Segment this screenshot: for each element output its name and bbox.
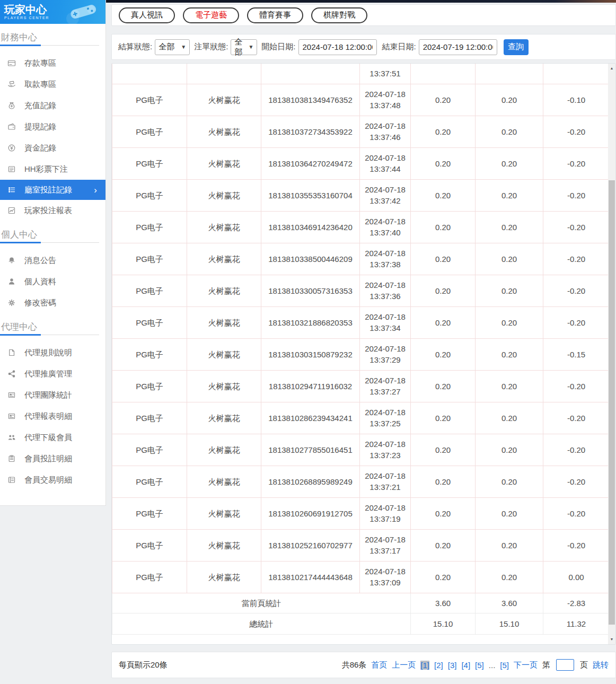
sidebar-item[interactable]: 代理規則說明 xyxy=(0,342,105,363)
sidebar-item-label: 修改密碼 xyxy=(24,298,56,308)
chevron-down-icon: ▼ xyxy=(181,44,186,50)
sidebar-item[interactable]: 提現記錄 xyxy=(0,116,105,137)
winloss-cell: -0.20 xyxy=(543,243,610,275)
table-scrollbar[interactable]: ▲ ▼ xyxy=(608,64,615,644)
provider-cell: PG电子 xyxy=(112,402,187,434)
time-cell: 2024-07-1813:37:48 xyxy=(360,84,411,116)
sidebar-item[interactable]: 修改密碼 xyxy=(0,292,105,313)
game-cell: 火树赢花 xyxy=(187,497,261,529)
settle-status-select[interactable]: 全部 ▼ xyxy=(155,39,190,55)
bet-amount-cell: 0.20 xyxy=(411,116,476,147)
sidebar-item[interactable]: 廳室投註記錄› xyxy=(0,180,105,200)
page-link[interactable]: [2] xyxy=(434,661,443,670)
time-cell: 2024-07-1813:37:36 xyxy=(360,275,411,306)
sidebar-item-label: 個人資料 xyxy=(24,277,56,287)
sidebar-section: 財務中心存款專區取款專區充值記錄提現記錄資金記錄HH彩票下注廳室投註記錄›玩家投… xyxy=(0,30,105,221)
winloss-cell: -0.20 xyxy=(543,497,610,529)
sidebar-item[interactable]: 消息公告 xyxy=(0,250,105,271)
page-link[interactable]: [4] xyxy=(461,661,470,670)
category-tab[interactable]: 電子遊藝 xyxy=(183,7,239,23)
first-page-link[interactable]: 首页 xyxy=(371,660,387,670)
table-row: PG电子火树赢花18138103385004462092024-07-1813:… xyxy=(112,243,610,275)
bet-amount-cell: 0.20 xyxy=(411,338,476,370)
next-page-link[interactable]: 下一页 xyxy=(514,660,538,670)
report-chart-icon xyxy=(7,206,16,215)
game-cell: 火树赢花 xyxy=(187,147,261,179)
bet-amount-cell: 0.20 xyxy=(411,466,476,497)
start-date-input[interactable] xyxy=(298,39,377,55)
pagination-bar: 每頁顯示20條 共86条 首页 上一页 [1][2][3][4][5] ... … xyxy=(111,652,616,678)
sidebar-item[interactable]: 存款專區 xyxy=(0,52,105,74)
game-cell xyxy=(187,64,261,84)
section-items: 消息公告個人資料修改密碼 xyxy=(0,250,105,313)
category-tab[interactable]: 真人視訊 xyxy=(119,7,175,23)
sidebar-item[interactable]: 會員投註明細 xyxy=(0,448,105,469)
jump-button[interactable]: 跳转 xyxy=(593,660,609,670)
game-cell: 火树赢花 xyxy=(187,116,261,147)
game-cell: 火树赢花 xyxy=(187,370,261,402)
sidebar-item[interactable]: 代理團隊統計 xyxy=(0,384,105,406)
sidebar-item-label: 代理團隊統計 xyxy=(24,390,72,400)
last-page-link[interactable]: [5] xyxy=(500,661,509,670)
sidebar-item[interactable]: 代理下級會員 xyxy=(0,427,105,448)
prev-page-link[interactable]: 上一页 xyxy=(392,660,416,670)
sidebar-item[interactable]: 玩家投注報表 xyxy=(0,200,105,221)
valid-amount-cell: 0.20 xyxy=(476,466,543,497)
page-link[interactable]: [3] xyxy=(448,661,457,670)
category-tabs: 真人視訊電子遊藝體育賽事棋牌對戰 xyxy=(111,4,616,26)
top-strip xyxy=(106,0,616,3)
bet-amount-cell: 0.20 xyxy=(411,529,476,561)
sidebar-item[interactable]: 個人資料 xyxy=(0,271,105,292)
order-status-select[interactable]: 全部 ▼ xyxy=(231,39,257,55)
sidebar-item[interactable]: 會員交易明細 xyxy=(0,469,105,490)
valid-amount-cell: 0.20 xyxy=(476,84,543,116)
sidebar-item[interactable]: 代理報表明細 xyxy=(0,406,105,427)
winloss-cell: -0.20 xyxy=(543,116,610,147)
bet-id-cell: 1813810355353160704 xyxy=(261,179,360,211)
pagination-ellipsis: ... xyxy=(489,661,496,670)
settle-status-value: 全部 xyxy=(159,42,174,52)
page-link[interactable]: [5] xyxy=(475,661,484,670)
sidebar-item-label: 代理報表明細 xyxy=(24,411,72,422)
bet-records-table: 13:37:51PG电子火树赢花18138103813494763522024-… xyxy=(112,64,610,635)
time-cell: 2024-07-1813:37:40 xyxy=(360,211,411,243)
scroll-down-arrow[interactable]: ▼ xyxy=(608,635,615,643)
news-stats-icon xyxy=(7,391,16,399)
bet-id-cell: 1813810260691912705 xyxy=(261,497,360,529)
page-link-current[interactable]: [1] xyxy=(420,661,429,670)
winloss-cell: 0.00 xyxy=(543,561,610,593)
sidebar-sections: 財務中心存款專區取款專區充值記錄提現記錄資金記錄HH彩票下注廳室投註記錄›玩家投… xyxy=(0,30,105,490)
end-date-input[interactable] xyxy=(419,39,497,55)
sidebar-item-label: 充值記錄 xyxy=(24,101,56,111)
table-row: PG电子火树赢花18138103553531607042024-07-1813:… xyxy=(112,179,610,211)
sidebar-item[interactable]: HH彩票下注 xyxy=(0,159,105,180)
category-tab[interactable]: 體育賽事 xyxy=(247,7,303,23)
main-area: 真人視訊電子遊藝體育賽事棋牌對戰 結算狀態: 全部 ▼ 注單狀態: 全部 ▼ 開… xyxy=(106,0,616,678)
sidebar-item[interactable]: 資金記錄 xyxy=(0,137,105,159)
bet-id-cell: 1813810217444443648 xyxy=(261,561,360,593)
table-row: PG电子火树赢花18138103031508792322024-07-1813:… xyxy=(112,338,610,370)
scrollbar-thumb[interactable] xyxy=(609,180,615,625)
table-row-partial: 13:37:51 xyxy=(112,64,610,84)
table-row: PG电子火树赢花18138102862394342412024-07-1813:… xyxy=(112,402,610,434)
sidebar-item[interactable]: 充值記錄 xyxy=(0,95,105,116)
sidebar-item[interactable]: 代理推廣管理 xyxy=(0,363,105,384)
provider-cell: PG电子 xyxy=(112,275,187,306)
scroll-up-arrow[interactable]: ▲ xyxy=(608,64,615,72)
section-items: 代理規則說明代理推廣管理代理團隊統計代理報表明細代理下級會員會員投註明細會員交易… xyxy=(0,342,105,490)
query-button[interactable]: 查詢 xyxy=(504,39,529,55)
valid-amount-cell: 0.20 xyxy=(476,211,543,243)
bet-amount-cell: 0.20 xyxy=(411,147,476,179)
sidebar-item[interactable]: 取款專區 xyxy=(0,74,105,95)
section-underline xyxy=(0,335,99,335)
sidebar-item-label: 代理推廣管理 xyxy=(24,369,72,379)
coin-yen-icon xyxy=(7,144,16,152)
sidebar-item-label: 會員交易明細 xyxy=(24,475,72,485)
jump-page-input[interactable] xyxy=(556,659,574,671)
time-cell: 13:37:51 xyxy=(360,64,411,84)
category-tab[interactable]: 棋牌對戰 xyxy=(311,7,367,23)
logo: 玩家中心 PLAYERS CENTER xyxy=(0,0,105,24)
provider-cell: PG电子 xyxy=(112,434,187,466)
page-number-links: [1][2][3][4][5] xyxy=(420,661,483,670)
bet-amount-cell: 0.20 xyxy=(411,497,476,529)
